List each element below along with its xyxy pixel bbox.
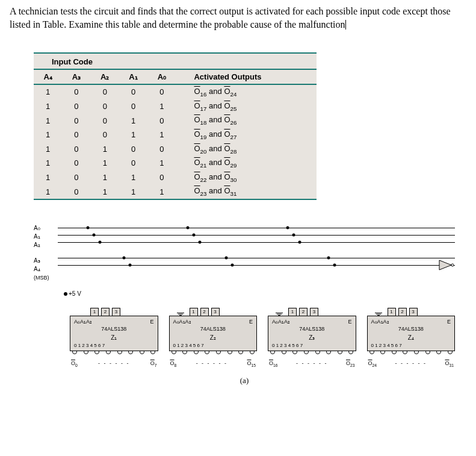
buffer-icon — [438, 259, 454, 271]
label-a1: A₁ — [34, 233, 49, 241]
label-a2: A₂ — [34, 241, 49, 249]
circuit-diagram: A₀ A₁ A₂ A₃ A₄ (MSB) +5 V — [34, 224, 455, 386]
table-row: 1 0 1 1 0 O22 and O30 — [34, 170, 317, 185]
col-a2: A₂ — [91, 70, 119, 84]
table-row: 1 0 0 0 1 O17 and O25 — [34, 99, 317, 114]
table-row: 1 0 0 0 0 O16 and O24 — [34, 85, 317, 99]
label-a3: A₃ — [34, 257, 49, 265]
bus-lines — [58, 224, 455, 290]
text-cursor — [345, 20, 346, 30]
svg-marker-0 — [439, 260, 451, 270]
label-msb: (MSB) — [34, 273, 49, 282]
svg-point-1 — [451, 264, 454, 266]
chip-z3: 123 A₀A₁A₂E 74ALS138 Z₃ 0 1 2 3 4 5 6 7 … — [268, 301, 356, 367]
table-row: 1 0 1 0 1 O21 and O29 — [34, 156, 317, 170]
chip-z2: 123 A₀A₁A₂E 74ALS138 Z₂ 0 1 2 3 4 5 6 7 … — [169, 301, 258, 367]
chips-row: 123 A₀A₁A₂E 74ALS138 Z₁ 0 1 2 3 4 5 6 7 … — [70, 301, 455, 367]
col-a1: A₁ — [119, 70, 147, 84]
label-a0: A₀ — [34, 224, 49, 233]
chip-z1: 123 A₀A₁A₂E 74ALS138 Z₁ 0 1 2 3 4 5 6 7 … — [70, 301, 158, 367]
table-row: 1 0 1 0 0 O20 and O28 — [34, 142, 317, 157]
figure-label: (a) — [34, 376, 455, 386]
table-row: 1 0 0 1 0 O18 and O26 — [34, 113, 317, 128]
col-a4: A₄ — [34, 70, 62, 84]
input-code-header: Input Code — [34, 54, 176, 69]
plus5v-label: +5 V — [34, 290, 455, 299]
col-a3: A₃ — [62, 70, 90, 84]
col-a0: A₀ — [147, 70, 176, 84]
input-labels: A₀ A₁ A₂ A₃ A₄ (MSB) — [34, 224, 49, 282]
table-row: 1 0 1 1 1 O23 and O31 — [34, 184, 317, 199]
truth-table: Input Code A₄ A₃ A₂ A₁ A₀ Activated Outp… — [34, 52, 317, 200]
problem-statement: A technician tests the circuit and finds… — [10, 5, 466, 31]
chip-z4: 123 A₀A₁A₂E 74ALS138 Z₄ 0 1 2 3 4 5 6 7 … — [367, 301, 456, 367]
label-a4: A₄ — [34, 265, 49, 273]
problem-text: A technician tests the circuit and finds… — [10, 6, 451, 30]
activated-outputs-header: Activated Outputs — [176, 70, 317, 84]
table-row: 1 0 0 1 1 O19 and O27 — [34, 128, 317, 142]
